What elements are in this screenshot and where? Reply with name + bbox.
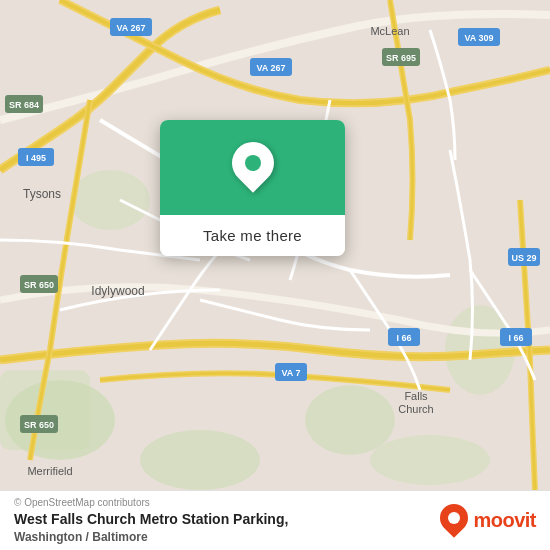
svg-text:VA 309: VA 309 [464,33,493,43]
svg-text:McLean: McLean [370,25,409,37]
svg-point-2 [140,430,260,490]
svg-text:Falls: Falls [404,390,428,402]
svg-text:VA 267: VA 267 [256,63,285,73]
svg-text:SR 684: SR 684 [9,100,39,110]
svg-point-3 [305,385,395,455]
copyright-text: © OpenStreetMap contributors [14,497,440,508]
moovit-text: moovit [473,509,536,532]
svg-text:VA 7: VA 7 [281,368,300,378]
popup-map-preview [160,120,345,215]
svg-text:VA 267: VA 267 [116,23,145,33]
svg-text:I 66: I 66 [396,333,411,343]
svg-text:SR 695: SR 695 [386,53,416,63]
location-title: West Falls Church Metro Station Parking,… [14,511,440,545]
location-name: West Falls Church Metro Station Parking, [14,511,288,527]
take-me-there-button[interactable]: Take me there [160,215,345,256]
svg-text:Church: Church [398,403,433,415]
location-region: Washington / Baltimore [14,530,148,544]
map-container: VA 267 VA 267 I 495 SR 684 SR 650 SR 695… [0,0,550,490]
svg-text:US 29: US 29 [511,253,536,263]
svg-point-7 [70,170,150,230]
footer-text-area: © OpenStreetMap contributors West Falls … [14,497,440,545]
svg-point-6 [370,435,490,485]
svg-text:Merrifield: Merrifield [27,465,72,477]
svg-text:I 495: I 495 [26,153,46,163]
location-pin [232,142,274,194]
svg-text:Idylywood: Idylywood [91,284,144,298]
moovit-logo: moovit [440,504,536,538]
svg-text:SR 650: SR 650 [24,280,54,290]
svg-text:Tysons: Tysons [23,187,61,201]
footer: © OpenStreetMap contributors West Falls … [0,490,550,550]
moovit-pin-icon [440,504,468,538]
svg-text:SR 650: SR 650 [24,420,54,430]
svg-text:I 66: I 66 [508,333,523,343]
popup-card: Take me there [160,120,345,256]
